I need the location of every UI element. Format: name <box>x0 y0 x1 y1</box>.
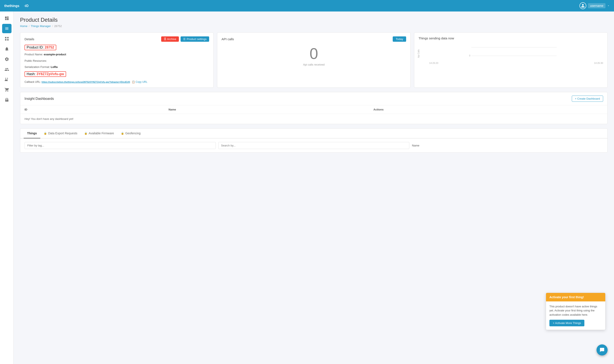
chart-container: 0 14:26:20 14:26:30 <box>425 43 603 64</box>
dashboards-table: ID Name Actions Hey! You don't have any … <box>20 105 607 124</box>
sidebar-item-lab[interactable] <box>2 95 12 105</box>
card-actions: 🗄 Archive ☰ Product settings <box>161 36 209 42</box>
serialization-format-value: LoRa <box>51 65 58 68</box>
tabs-header: Things 🔒 Data Export Requests 🔒 Availabl… <box>20 129 607 138</box>
chat-icon <box>600 347 605 352</box>
table-head: ID Name Actions <box>20 105 607 114</box>
name-column-label: Name <box>412 142 603 149</box>
api-count: 0 <box>222 46 406 61</box>
product-id-highlight: Product ID: 28752 <box>25 45 56 50</box>
lock-icon-data-export: 🔒 <box>44 132 47 135</box>
hash-label: Hash: <box>27 72 36 76</box>
filter-by-tag[interactable]: Filter by tag... <box>25 142 216 149</box>
avatar <box>579 2 586 9</box>
col-name: Name <box>164 105 369 114</box>
breadcrumb-current: 28752 <box>54 25 62 28</box>
tooltip-body: This product doesn't have active things … <box>546 301 605 320</box>
product-id-value: 28752 <box>44 46 54 49</box>
api-calls-title: API calls Today <box>222 36 406 42</box>
archive-button[interactable]: 🗄 Archive <box>161 36 179 42</box>
sidebar-item-dashboard[interactable] <box>2 14 12 23</box>
copy-url-button[interactable]: 📋 Copy URL <box>132 80 148 83</box>
lock-icon-firmware: 🔒 <box>84 132 87 135</box>
details-card-title: Details 🗄 Archive ☰ Product settings <box>25 36 209 42</box>
chevron-down-icon <box>607 4 610 7</box>
main-content: Product Details Home / Things Manager / … <box>14 12 614 364</box>
lock-icon-geofencing: 🔒 <box>121 132 124 135</box>
cards-row: Details 🗄 Archive ☰ Product settings Pro… <box>20 32 608 88</box>
navbar: thethings ·iO username <box>0 0 614 12</box>
sidebar-item-pets[interactable] <box>2 75 12 84</box>
product-id-label: Product ID: <box>27 46 44 49</box>
tab-data-export[interactable]: 🔒 Data Export Requests <box>40 129 81 138</box>
sidebar-item-notifications[interactable] <box>2 44 12 54</box>
sidebar-item-users[interactable] <box>2 65 12 74</box>
details-label: Details <box>25 37 34 41</box>
api-label: Api calls received <box>222 63 406 66</box>
today-button[interactable]: Today <box>393 36 406 42</box>
details-card: Details 🗄 Archive ☰ Product settings Pro… <box>20 32 214 88</box>
breadcrumb: Home / Things Manager / 28752 <box>20 25 608 28</box>
svg-text:thethings: thethings <box>4 4 19 8</box>
empty-message: Hey! You don't have any dashboard yet! <box>20 114 607 124</box>
tab-things[interactable]: Things <box>24 129 40 138</box>
things-sending-card: Things sending data now Api Calls 0 14:2… <box>414 32 608 88</box>
table-row-empty: Hey! You don't have any dashboard yet! <box>20 114 607 124</box>
chat-button[interactable] <box>597 344 608 355</box>
user-menu[interactable]: username <box>579 2 610 9</box>
svg-text:0: 0 <box>469 54 470 57</box>
serialization-format-field: Serialization Format: LoRa <box>25 65 209 69</box>
filter-row: Filter by tag... Name <box>20 138 607 152</box>
activate-more-button[interactable]: + Activate More Things <box>549 320 584 326</box>
api-calls-card: API calls Today 0 Api calls received <box>217 32 411 88</box>
sidebar <box>0 12 14 364</box>
tab-firmware[interactable]: 🔒 Available Firmware <box>81 129 117 138</box>
things-sending-title: Things sending data now <box>419 36 603 40</box>
product-name-value: example-product <box>44 53 66 56</box>
search-by-input[interactable] <box>218 142 410 149</box>
activate-tooltip: Activate your first thing! This product … <box>546 293 605 330</box>
chart-y-label: Api Calls <box>418 49 420 58</box>
svg-text:·iO: ·iO <box>24 4 28 8</box>
user-name-label[interactable]: username <box>588 3 605 8</box>
chart-area: Api Calls 0 14:26:20 14:26:30 <box>419 43 603 64</box>
product-settings-button[interactable]: ☰ Product settings <box>181 36 209 42</box>
insight-dashboards-title: Insight Dashboards <box>25 97 54 101</box>
col-actions: Actions <box>369 105 608 114</box>
breadcrumb-things-manager[interactable]: Things Manager <box>31 25 51 28</box>
table-body: Hey! You don't have any dashboard yet! <box>20 114 607 124</box>
breadcrumb-home[interactable]: Home <box>20 25 28 28</box>
tooltip-arrow <box>595 330 599 330</box>
create-dashboard-button[interactable]: + Create Dashboard <box>572 96 603 102</box>
chart-x-labels: 14:26:20 14:26:30 <box>425 62 603 64</box>
callback-url-field: Callback URL: https://subscription.theth… <box>25 80 209 84</box>
navbar-right: username <box>579 2 610 9</box>
insight-dashboards-header: Insight Dashboards + Create Dashboard <box>20 92 607 105</box>
product-settings-icon: ☰ <box>183 38 186 41</box>
tab-geofencing[interactable]: 🔒 Geofencing <box>117 129 144 138</box>
public-resources-field: Public Resources: <box>25 59 209 63</box>
hash-value: 3Y8Z7ZpVvfu-gw <box>36 72 64 76</box>
sidebar-item-settings[interactable] <box>2 54 12 64</box>
page-title: Product Details <box>20 17 608 23</box>
sidebar-item-cart[interactable] <box>2 85 12 94</box>
insight-dashboards-section: Insight Dashboards + Create Dashboard ID… <box>20 92 608 124</box>
things-tabs-section: Things 🔒 Data Export Requests 🔒 Availabl… <box>20 128 608 153</box>
callback-url-link[interactable]: https://subscription.thethings.io/lora/2… <box>42 81 130 83</box>
tooltip-header: Activate your first thing! <box>546 293 605 301</box>
brand-logo: thethings ·iO <box>4 2 34 9</box>
hash-highlight: Hash: 3Y8Z7ZpVvfu-gw <box>25 71 66 77</box>
table-header-row: ID Name Actions <box>20 105 607 114</box>
sidebar-item-devices[interactable] <box>2 24 12 33</box>
product-name-field: Product Name: example-product <box>25 52 209 57</box>
chart-svg: 0 <box>425 43 603 60</box>
sidebar-item-grid[interactable] <box>2 34 12 43</box>
col-id: ID <box>20 105 164 114</box>
